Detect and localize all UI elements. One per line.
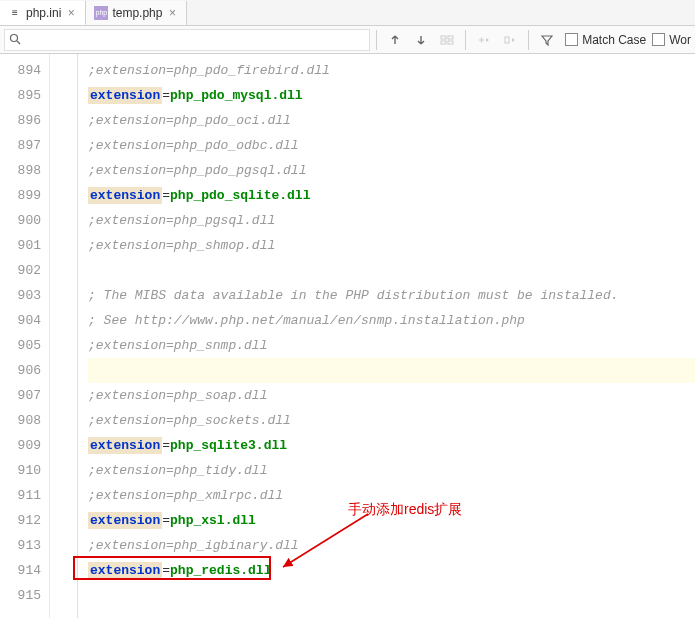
ini-key: extension bbox=[88, 87, 162, 104]
tab-bar: ≡ php.ini × php temp.php × bbox=[0, 0, 695, 26]
equals-sign: = bbox=[162, 438, 170, 453]
checkbox-icon bbox=[565, 33, 578, 46]
separator bbox=[376, 30, 377, 50]
code-line[interactable]: extension=php_pdo_sqlite.dll bbox=[88, 183, 695, 208]
match-case-option[interactable]: Match Case bbox=[565, 33, 646, 47]
search-input[interactable] bbox=[27, 33, 365, 47]
separator bbox=[528, 30, 529, 50]
code-margin bbox=[50, 54, 78, 618]
match-case-label: Match Case bbox=[582, 33, 646, 47]
ini-key: extension bbox=[88, 187, 162, 204]
code-line[interactable]: ;extension=php_tidy.dll bbox=[88, 458, 695, 483]
annotation-text: 手动添加redis扩展 bbox=[348, 501, 462, 519]
ini-key: extension bbox=[88, 512, 162, 529]
code-line[interactable]: ;extension=php_sockets.dll bbox=[88, 408, 695, 433]
code-line[interactable]: ;extension=php_shmop.dll bbox=[88, 233, 695, 258]
code-line[interactable]: ; The MIBS data available in the PHP dis… bbox=[88, 283, 695, 308]
select-all-button[interactable] bbox=[435, 29, 459, 51]
code-line[interactable] bbox=[88, 258, 695, 283]
words-label: Wor bbox=[669, 33, 691, 47]
line-number: 907 bbox=[0, 383, 49, 408]
prev-occurrence-button[interactable] bbox=[383, 29, 407, 51]
next-occurrence-button[interactable] bbox=[409, 29, 433, 51]
equals-sign: = bbox=[162, 563, 170, 578]
ini-value: php_pdo_mysql.dll bbox=[170, 88, 303, 103]
code-editor[interactable]: 8948958968978988999009019029039049059069… bbox=[0, 54, 695, 618]
line-number: 910 bbox=[0, 458, 49, 483]
line-number-gutter: 8948958968978988999009019029039049059069… bbox=[0, 54, 50, 618]
code-line[interactable]: ;extension=php_igbinary.dll bbox=[88, 533, 695, 558]
svg-rect-4 bbox=[448, 36, 453, 39]
svg-rect-6 bbox=[505, 37, 509, 43]
ini-key: extension bbox=[88, 437, 162, 454]
svg-point-0 bbox=[11, 34, 18, 41]
line-number: 902 bbox=[0, 258, 49, 283]
ini-value: php_pdo_sqlite.dll bbox=[170, 188, 310, 203]
code-line[interactable]: ;extension=php_pdo_odbc.dll bbox=[88, 133, 695, 158]
code-line[interactable]: ;extension=php_pdo_firebird.dll bbox=[88, 58, 695, 83]
words-option[interactable]: Wor bbox=[652, 33, 691, 47]
line-number: 901 bbox=[0, 233, 49, 258]
ini-value: php_redis.dll bbox=[170, 563, 271, 578]
tab-temp-php[interactable]: php temp.php × bbox=[86, 1, 187, 25]
code-line[interactable] bbox=[88, 358, 695, 383]
code-line[interactable]: extension=php_sqlite3.dll bbox=[88, 433, 695, 458]
add-selection-button[interactable] bbox=[472, 29, 496, 51]
line-number: 905 bbox=[0, 333, 49, 358]
equals-sign: = bbox=[162, 88, 170, 103]
tab-php-ini[interactable]: ≡ php.ini × bbox=[0, 1, 86, 25]
equals-sign: = bbox=[162, 513, 170, 528]
svg-rect-3 bbox=[441, 41, 446, 44]
code-line[interactable]: extension=php_pdo_mysql.dll bbox=[88, 83, 695, 108]
line-number: 914 bbox=[0, 558, 49, 583]
code-line[interactable]: ;extension=php_pdo_oci.dll bbox=[88, 108, 695, 133]
find-toolbar: Match Case Wor bbox=[0, 26, 695, 54]
code-line[interactable]: ;extension=php_snmp.dll bbox=[88, 333, 695, 358]
code-line[interactable]: ;extension=php_pgsql.dll bbox=[88, 208, 695, 233]
line-number: 896 bbox=[0, 108, 49, 133]
line-number: 899 bbox=[0, 183, 49, 208]
ini-file-icon: ≡ bbox=[8, 6, 22, 20]
line-number: 909 bbox=[0, 433, 49, 458]
line-number: 911 bbox=[0, 483, 49, 508]
line-number: 903 bbox=[0, 283, 49, 308]
line-number: 895 bbox=[0, 83, 49, 108]
line-number: 913 bbox=[0, 533, 49, 558]
close-icon[interactable]: × bbox=[166, 7, 178, 19]
line-number: 915 bbox=[0, 583, 49, 608]
line-number: 906 bbox=[0, 358, 49, 383]
code-line[interactable]: extension=php_redis.dll bbox=[88, 558, 695, 583]
search-box[interactable] bbox=[4, 29, 370, 51]
svg-line-1 bbox=[17, 41, 20, 44]
line-number: 897 bbox=[0, 133, 49, 158]
code-line[interactable]: ; See http://www.php.net/manual/en/snmp.… bbox=[88, 308, 695, 333]
code-line[interactable]: ;extension=php_soap.dll bbox=[88, 383, 695, 408]
filter-button[interactable] bbox=[535, 29, 559, 51]
line-number: 898 bbox=[0, 158, 49, 183]
code-line[interactable]: ;extension=php_pdo_pgsql.dll bbox=[88, 158, 695, 183]
line-number: 908 bbox=[0, 408, 49, 433]
ini-key: extension bbox=[88, 562, 162, 579]
code-line[interactable] bbox=[88, 583, 695, 608]
tab-label: php.ini bbox=[26, 6, 61, 20]
tab-label: temp.php bbox=[112, 6, 162, 20]
checkbox-icon bbox=[652, 33, 665, 46]
code-area[interactable]: ;extension=php_pdo_firebird.dllextension… bbox=[78, 54, 695, 618]
line-number: 912 bbox=[0, 508, 49, 533]
ini-value: php_xsl.dll bbox=[170, 513, 256, 528]
line-number: 904 bbox=[0, 308, 49, 333]
line-number: 894 bbox=[0, 58, 49, 83]
line-number: 900 bbox=[0, 208, 49, 233]
search-icon bbox=[9, 33, 23, 47]
equals-sign: = bbox=[162, 188, 170, 203]
ini-value: php_sqlite3.dll bbox=[170, 438, 287, 453]
svg-rect-5 bbox=[448, 41, 453, 44]
remove-selection-button[interactable] bbox=[498, 29, 522, 51]
close-icon[interactable]: × bbox=[65, 7, 77, 19]
separator bbox=[465, 30, 466, 50]
php-file-icon: php bbox=[94, 6, 108, 20]
svg-rect-2 bbox=[441, 36, 446, 39]
